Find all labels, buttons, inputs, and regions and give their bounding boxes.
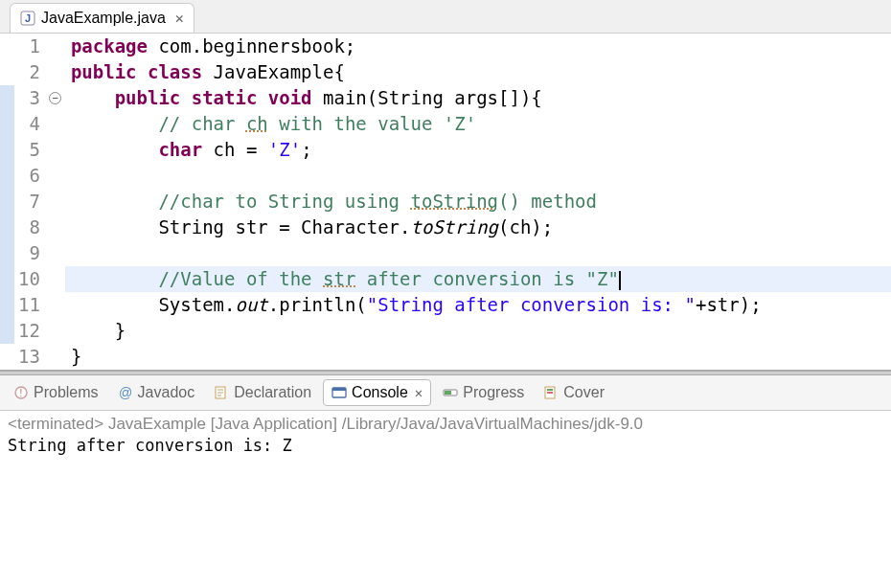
close-icon[interactable]: ✕ <box>171 10 184 27</box>
svg-rect-12 <box>547 392 553 394</box>
line-number: 2 <box>18 59 40 85</box>
console-output: String after conversion is: Z <box>8 436 883 455</box>
tab-label: Cover <box>563 384 605 401</box>
annotation-cell <box>46 34 65 59</box>
line-number: 12 <box>18 318 40 344</box>
annotation-cell: − <box>46 85 65 111</box>
terminated-label: <terminated> <box>8 415 103 433</box>
terminated-info: JavaExample [Java Application] /Library/… <box>103 415 643 433</box>
line-number: 1 <box>18 34 40 59</box>
editor-tab-javaexample[interactable]: J JavaExample.java ✕ <box>10 3 194 33</box>
fold-column: − <box>46 34 65 370</box>
at-icon: @ <box>118 385 133 400</box>
marker-cell <box>0 111 14 137</box>
marker-cell <box>0 266 14 292</box>
console-terminated-line: <terminated> JavaExample [Java Applicati… <box>8 415 883 434</box>
code-line[interactable]: //char to String using toString() method <box>65 189 891 215</box>
code-line[interactable]: // char ch with the value 'Z' <box>65 111 891 137</box>
marker-cell <box>0 344 14 370</box>
warning-icon: ! <box>13 385 29 400</box>
editor-area: J JavaExample.java ✕ 12345678910111213 −… <box>0 0 891 370</box>
line-number: 8 <box>18 215 40 240</box>
marker-cell <box>0 215 14 240</box>
tab-label: Declaration <box>234 384 311 401</box>
line-number: 9 <box>18 240 40 266</box>
code-content[interactable]: package com.beginnersbook;public class J… <box>65 34 891 370</box>
marker-cell <box>0 59 14 85</box>
editor-tab-bar: J JavaExample.java ✕ <box>0 0 891 34</box>
marker-cell <box>0 85 14 111</box>
annotation-cell <box>46 215 65 240</box>
code-line[interactable]: } <box>65 344 891 370</box>
tab-problems[interactable]: ! Problems <box>6 380 106 405</box>
svg-rect-7 <box>332 388 346 391</box>
annotation-cell <box>46 59 65 85</box>
fold-toggle-icon[interactable]: − <box>49 92 61 104</box>
svg-text:!: ! <box>20 388 23 398</box>
marker-bar <box>0 34 14 370</box>
annotation-cell <box>46 111 65 137</box>
console-view[interactable]: <terminated> JavaExample [Java Applicati… <box>0 411 891 459</box>
code-line[interactable]: } <box>65 318 891 344</box>
declaration-icon <box>214 385 229 400</box>
line-number: 5 <box>18 137 40 163</box>
line-numbers: 12345678910111213 <box>14 34 46 370</box>
annotation-cell <box>46 163 65 189</box>
annotation-cell <box>46 240 65 266</box>
marker-cell <box>0 318 14 344</box>
console-icon <box>331 385 347 400</box>
annotation-cell <box>46 344 65 370</box>
code-line[interactable] <box>65 240 891 266</box>
code-line[interactable]: char ch = 'Z'; <box>65 137 891 163</box>
marker-cell <box>0 137 14 163</box>
tab-label: Javadoc <box>138 384 195 401</box>
line-number: 7 <box>18 189 40 215</box>
code-line[interactable]: //Value of the str after conversion is "… <box>65 266 891 292</box>
close-icon[interactable]: ✕ <box>413 385 423 400</box>
svg-text:@: @ <box>118 385 131 400</box>
annotation-cell <box>46 137 65 163</box>
text-cursor <box>619 271 621 290</box>
marker-cell <box>0 189 14 215</box>
code-line[interactable] <box>65 163 891 189</box>
marker-cell <box>0 292 14 318</box>
progress-icon <box>443 385 458 400</box>
tab-progress[interactable]: Progress <box>435 380 532 405</box>
line-number: 11 <box>18 292 40 318</box>
marker-cell <box>0 163 14 189</box>
marker-cell <box>0 34 14 59</box>
tab-label: Problems <box>34 384 99 401</box>
code-line[interactable]: String str = Character.toString(ch); <box>65 215 891 240</box>
tab-declaration[interactable]: Declaration <box>206 380 319 405</box>
annotation-cell <box>46 189 65 215</box>
annotation-cell <box>46 266 65 292</box>
annotation-cell <box>46 292 65 318</box>
code-line[interactable]: package com.beginnersbook; <box>65 34 891 59</box>
code-editor[interactable]: 12345678910111213 − package com.beginner… <box>0 34 891 370</box>
line-number: 6 <box>18 163 40 189</box>
code-line[interactable]: public class JavaExample{ <box>65 59 891 85</box>
line-number: 3 <box>18 85 40 111</box>
line-number: 4 <box>18 111 40 137</box>
code-line[interactable]: System.out.println("String after convers… <box>65 292 891 318</box>
annotation-cell <box>46 318 65 344</box>
tab-javadoc[interactable]: @ Javadoc <box>110 380 203 405</box>
editor-tab-label: JavaExample.java <box>41 10 166 27</box>
svg-rect-11 <box>547 389 553 391</box>
line-number: 13 <box>18 344 40 370</box>
tab-label: Console <box>352 384 408 401</box>
tab-console[interactable]: Console ✕ <box>323 379 431 406</box>
line-number: 10 <box>18 266 40 292</box>
gutter: 12345678910111213 − <box>0 34 65 370</box>
coverage-icon <box>543 385 559 400</box>
bottom-tab-bar: ! Problems @ Javadoc Declaration Console… <box>0 375 891 411</box>
marker-cell <box>0 240 14 266</box>
code-line[interactable]: public static void main(String args[]){ <box>65 85 891 111</box>
svg-text:J: J <box>25 12 31 24</box>
svg-rect-9 <box>445 391 451 395</box>
tab-coverage[interactable]: Cover <box>536 380 612 405</box>
java-file-icon: J <box>20 11 35 26</box>
tab-label: Progress <box>463 384 524 401</box>
